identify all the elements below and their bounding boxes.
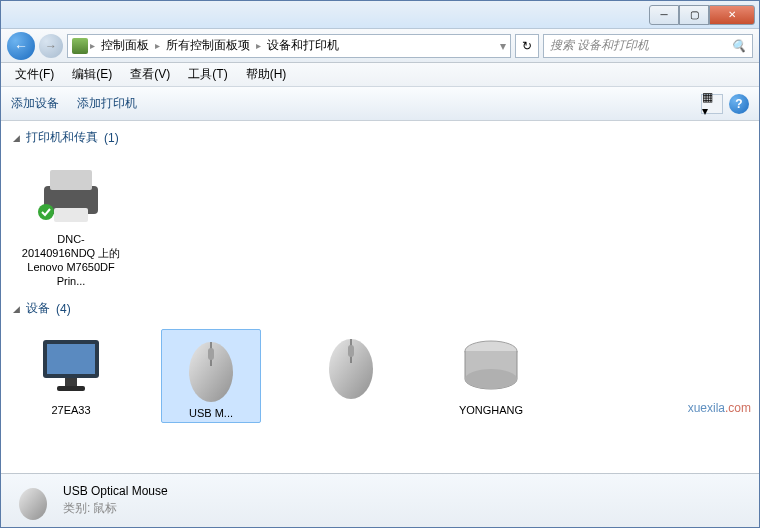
search-input[interactable]: 搜索 设备和打印机 🔍 [543,34,753,58]
chevron-right-icon: ▸ [155,40,160,51]
section-printers[interactable]: ◢ 打印机和传真 (1) [1,125,759,150]
watermark: xuexila.com [688,400,751,415]
breadcrumb-item[interactable]: 设备和打印机 [263,37,343,54]
device-label: USB M... [164,406,258,420]
maximize-button[interactable]: ▢ [679,5,709,25]
monitor-icon [21,329,121,401]
view-options-button[interactable]: ▦ ▾ [701,94,723,114]
forward-button[interactable]: → [39,34,63,58]
chevron-right-icon: ▸ [256,40,261,51]
selected-device-category: 类别: 鼠标 [63,500,168,517]
breadcrumb-item[interactable]: 控制面板 [97,37,153,54]
printer-item[interactable]: DNC-20140916NDQ 上的 Lenovo M7650DF Prin..… [21,158,121,288]
svg-rect-6 [65,378,77,386]
close-button[interactable]: ✕ [709,5,755,25]
drive-icon [441,329,541,401]
selected-device-icon [13,482,53,520]
printer-icon [21,158,121,230]
svg-point-15 [465,369,517,389]
device-label: 27EA33 [21,403,121,417]
menu-help[interactable]: 帮助(H) [238,64,295,85]
svg-rect-2 [54,208,88,222]
menu-tools[interactable]: 工具(T) [180,64,235,85]
menu-file[interactable]: 文件(F) [7,64,62,85]
svg-rect-7 [57,386,85,391]
refresh-button[interactable]: ↻ [515,34,539,58]
mouse-item-selected[interactable]: USB M... [161,329,261,423]
add-device-button[interactable]: 添加设备 [11,95,59,112]
device-label: DNC-20140916NDQ 上的 Lenovo M7650DF Prin..… [21,232,121,288]
svg-rect-10 [208,348,214,360]
svg-rect-5 [47,344,95,374]
add-printer-button[interactable]: 添加打印机 [77,95,137,112]
content-area: ◢ 打印机和传真 (1) DNC-20140916NDQ 上的 Lenovo M… [1,121,759,473]
minimize-button[interactable]: ─ [649,5,679,25]
mouse-icon [301,329,401,401]
mouse-item[interactable] [301,329,401,423]
help-icon[interactable]: ? [729,94,749,114]
monitor-item[interactable]: 27EA33 [21,329,121,423]
control-panel-icon [72,38,88,54]
svg-rect-1 [50,170,92,190]
mouse-icon [164,332,258,404]
collapse-icon: ◢ [13,304,20,314]
section-count: (1) [104,131,119,145]
section-title: 打印机和传真 [26,129,98,146]
search-icon: 🔍 [731,39,746,53]
search-placeholder: 搜索 设备和打印机 [550,37,649,54]
titlebar: ─ ▢ ✕ [1,1,759,29]
details-panel: USB Optical Mouse 类别: 鼠标 [1,473,759,527]
toolbar: 添加设备 添加打印机 ▦ ▾ ? [1,87,759,121]
menu-edit[interactable]: 编辑(E) [64,64,120,85]
breadcrumb[interactable]: ▸ 控制面板 ▸ 所有控制面板项 ▸ 设备和打印机 ▾ [67,34,511,58]
navbar: ← → ▸ 控制面板 ▸ 所有控制面板项 ▸ 设备和打印机 ▾ ↻ 搜索 设备和… [1,29,759,63]
section-title: 设备 [26,300,50,317]
svg-rect-13 [348,345,354,357]
menubar: 文件(F) 编辑(E) 查看(V) 工具(T) 帮助(H) [1,63,759,87]
back-button[interactable]: ← [7,32,35,60]
svg-point-3 [38,204,54,220]
section-count: (4) [56,302,71,316]
collapse-icon: ◢ [13,133,20,143]
device-label: YONGHANG [441,403,541,417]
chevron-right-icon: ▸ [90,40,95,51]
section-devices[interactable]: ◢ 设备 (4) [1,296,759,321]
drive-item[interactable]: YONGHANG [441,329,541,423]
selected-device-title: USB Optical Mouse [63,484,168,498]
svg-point-17 [19,488,47,520]
menu-view[interactable]: 查看(V) [122,64,178,85]
breadcrumb-item[interactable]: 所有控制面板项 [162,37,254,54]
dropdown-icon[interactable]: ▾ [500,39,506,53]
